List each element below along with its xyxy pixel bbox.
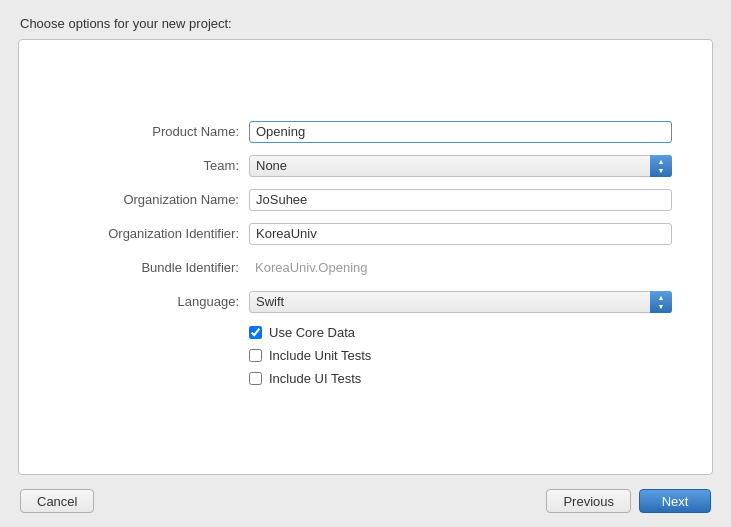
org-id-input[interactable] — [249, 223, 672, 245]
org-id-label: Organization Identifier: — [59, 226, 249, 241]
window: Choose options for your new project: Pro… — [0, 0, 731, 527]
language-label: Language: — [59, 294, 249, 309]
use-core-data-row: Use Core Data — [249, 325, 672, 340]
team-label: Team: — [59, 158, 249, 173]
team-row: Team: None Personal Team Company Team — [59, 155, 672, 177]
cancel-button[interactable]: Cancel — [20, 489, 94, 513]
language-row: Language: Swift Objective-C — [59, 291, 672, 313]
include-ui-tests-checkbox[interactable] — [249, 372, 262, 385]
header: Choose options for your new project: — [0, 0, 731, 39]
include-unit-tests-checkbox[interactable] — [249, 349, 262, 362]
org-id-row: Organization Identifier: — [59, 223, 672, 245]
previous-button[interactable]: Previous — [546, 489, 631, 513]
language-select-wrapper: Swift Objective-C — [249, 291, 672, 313]
product-name-row: Product Name: — [59, 121, 672, 143]
bundle-id-label: Bundle Identifier: — [59, 260, 249, 275]
bundle-id-value: KoreaUniv.Opening — [249, 257, 672, 279]
use-core-data-label[interactable]: Use Core Data — [269, 325, 355, 340]
footer: Cancel Previous Next — [0, 475, 731, 527]
product-name-label: Product Name: — [59, 124, 249, 139]
include-unit-tests-label[interactable]: Include Unit Tests — [269, 348, 371, 363]
language-select[interactable]: Swift Objective-C — [249, 291, 672, 313]
org-name-row: Organization Name: — [59, 189, 672, 211]
org-name-label: Organization Name: — [59, 192, 249, 207]
include-unit-tests-row: Include Unit Tests — [249, 348, 672, 363]
use-core-data-checkbox[interactable] — [249, 326, 262, 339]
team-select[interactable]: None Personal Team Company Team — [249, 155, 672, 177]
bundle-id-row: Bundle Identifier: KoreaUniv.Opening — [59, 257, 672, 279]
header-title: Choose options for your new project: — [20, 16, 232, 31]
include-ui-tests-row: Include UI Tests — [249, 371, 672, 386]
org-name-input[interactable] — [249, 189, 672, 211]
product-name-input[interactable] — [249, 121, 672, 143]
team-select-wrapper: None Personal Team Company Team — [249, 155, 672, 177]
next-button[interactable]: Next — [639, 489, 711, 513]
form: Product Name: Team: None Personal Team C… — [19, 91, 712, 424]
footer-right: Previous Next — [546, 489, 711, 513]
include-ui-tests-label[interactable]: Include UI Tests — [269, 371, 361, 386]
content-area: Product Name: Team: None Personal Team C… — [18, 39, 713, 475]
